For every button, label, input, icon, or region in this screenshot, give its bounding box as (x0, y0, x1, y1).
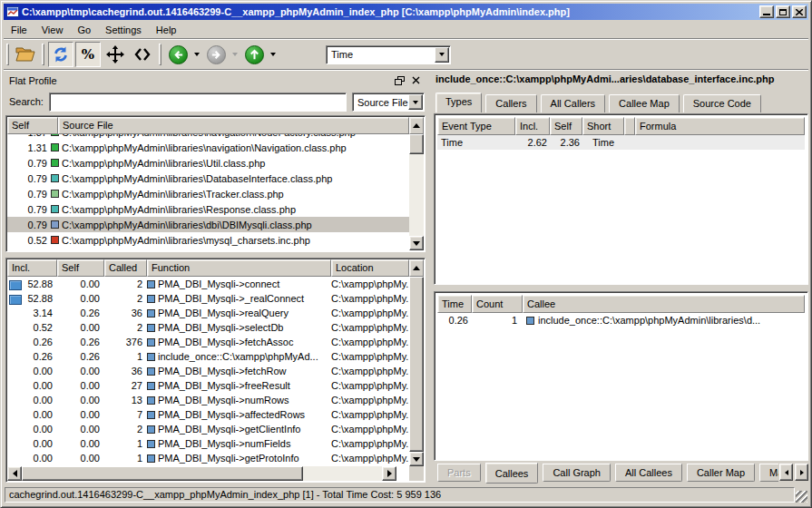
function-row[interactable]: 0.000.007PMA_DBI_Mysqli->affectedRowsC:\… (7, 407, 411, 422)
source-file-row[interactable]: 1.31C:\xampp\phpMyAdmin\libraries\naviga… (7, 140, 411, 155)
tab-scroll-right-button[interactable] (795, 464, 808, 481)
source-file-row[interactable]: 0.79C:\xampp\phpMyAdmin\libraries\Util.c… (7, 155, 411, 171)
function-row[interactable]: 0.260.261include_once::C:\xampp\phpMyAd.… (7, 349, 411, 364)
tab-callee-map[interactable]: Callee Map (609, 94, 680, 112)
source-list-body: 1.37C:\xampp\phpMyAdmin\libraries\naviga… (7, 134, 411, 251)
function-row[interactable]: 0.000.0013PMA_DBI_Mysqli->numRowsC:\xamp… (7, 393, 411, 407)
scroll-down-button[interactable] (409, 236, 424, 250)
toolbar-grip[interactable] (42, 44, 44, 65)
scroll-left-button[interactable] (7, 466, 22, 481)
event-type-select[interactable]: Time (326, 45, 451, 64)
self-cost-value: 0.79 (9, 158, 51, 169)
column-header-incl[interactable]: Incl. (515, 117, 550, 135)
combo-arrow-button[interactable] (408, 94, 423, 110)
combo-arrow-button[interactable] (435, 47, 449, 63)
close-button[interactable] (792, 5, 807, 18)
column-header-source-file[interactable]: Source File (58, 117, 409, 134)
open-file-button[interactable] (13, 42, 38, 67)
column-header-incl[interactable]: Incl. (7, 259, 57, 277)
function-row[interactable]: 0.000.001PMA_DBI_Mysqli->getProtoInfoC:\… (7, 451, 411, 465)
column-header-self[interactable]: Self (7, 117, 58, 134)
cycle-grouping-button[interactable] (103, 42, 128, 67)
menu-item-go[interactable]: Go (70, 22, 98, 38)
tab-source-code[interactable]: Source Code (683, 94, 761, 112)
callee-row[interactable]: 0.26 1 include_once::C:\xampp\phpMyAdmin… (437, 313, 805, 327)
source-file-row[interactable]: 0.79C:\xampp\phpMyAdmin\libraries\Respon… (7, 201, 411, 217)
menu-item-file[interactable]: File (4, 22, 34, 38)
tab-machine[interactable]: Machine (759, 464, 778, 482)
tab-parts[interactable]: Parts (437, 464, 481, 482)
maximize-button[interactable] (776, 5, 790, 18)
column-header-callee[interactable]: Callee (523, 295, 805, 313)
vertical-scrollbar[interactable] (409, 134, 424, 250)
function-row[interactable]: 0.520.002PMA_DBI_Mysqli->selectDbC:\xamp… (7, 320, 411, 335)
column-header-function[interactable]: Function (147, 259, 331, 277)
tab-caller-map[interactable]: Caller Map (687, 464, 755, 482)
close-panel-button[interactable] (409, 74, 422, 87)
scroll-up-button[interactable] (409, 117, 424, 134)
function-row[interactable]: 52.880.002PMA_DBI_Mysqli->_realConnectC:… (7, 291, 411, 306)
toolbar-grip[interactable] (159, 44, 161, 65)
source-file-row[interactable]: 0.79C:\xampp\phpMyAdmin\libraries\Tracke… (7, 186, 411, 201)
function-row[interactable]: 0.000.002PMA_DBI_Mysqli->getClientInfoC:… (7, 422, 411, 436)
source-file-row[interactable]: 0.52C:\xampp\phpMyAdmin\libraries\user_p… (7, 248, 411, 251)
scrollbar-track[interactable] (303, 466, 382, 481)
resize-grip[interactable] (796, 491, 807, 503)
tab-all-callers[interactable]: All Callers (541, 94, 606, 112)
title-bar[interactable]: C:\xampp\tmp\cachegrind.out.1416463299-C… (4, 4, 808, 20)
search-input[interactable] (49, 93, 347, 112)
relative-percent-toggle[interactable]: % (75, 42, 101, 67)
column-header-count[interactable]: Count (472, 295, 523, 313)
scroll-up-button[interactable] (409, 259, 424, 277)
column-header-location[interactable]: Location (331, 259, 409, 277)
column-header-self[interactable]: Self (57, 259, 104, 277)
column-header-formula[interactable]: Formula (635, 117, 805, 135)
up-button[interactable] (241, 42, 267, 67)
function-row[interactable]: 0.000.001PMA_DBI_Mysqli->numFieldsC:\xam… (7, 436, 411, 451)
function-row[interactable]: 52.880.002PMA_DBI_Mysqli->connectC:\xamp… (7, 277, 411, 291)
function-row[interactable]: 3.140.2636PMA_DBI_Mysqli->realQueryC:\xa… (7, 306, 411, 320)
group-by-select[interactable]: Source File (352, 93, 425, 112)
float-panel-button[interactable] (393, 74, 406, 87)
tab-scroll-left-button[interactable] (779, 464, 793, 481)
source-file-path: C:\xampp\phpMyAdmin\libraries\dbi\DBIMys… (62, 220, 411, 230)
function-name-cell: PMA_DBI_Mysqli->affectedRows (147, 409, 331, 420)
back-dropdown[interactable] (191, 42, 202, 67)
source-file-row[interactable]: 0.79C:\xampp\phpMyAdmin\libraries\Databa… (7, 171, 411, 186)
column-header-called[interactable]: Called (104, 259, 147, 277)
column-header-event-type[interactable]: Event Type (437, 117, 515, 135)
column-header-time[interactable]: Time (437, 295, 472, 313)
horizontal-scrollbar[interactable] (7, 466, 396, 481)
location-value: C:\xampp\phpMy... (331, 366, 411, 376)
tab-callees[interactable]: Callees (485, 463, 539, 484)
flat-profile-header[interactable]: Flat Profile (5, 72, 426, 89)
scroll-right-button[interactable] (382, 466, 396, 481)
toolbar-grip[interactable] (6, 44, 9, 65)
function-row[interactable]: 0.000.0027PMA_DBI_Mysqli->freeResultC:\x… (7, 378, 411, 393)
refresh-button[interactable] (48, 42, 73, 67)
vertical-scrollbar[interactable] (409, 277, 424, 466)
source-file-row[interactable]: 0.79C:\xampp\phpMyAdmin\libraries\dbi\DB… (7, 217, 411, 232)
scrollbar-thumb[interactable] (409, 134, 424, 154)
scrollbar-thumb[interactable] (409, 277, 424, 452)
column-header-self[interactable]: Self (550, 117, 582, 135)
function-row[interactable]: 0.000.0036PMA_DBI_Mysqli->fetchRowC:\xam… (7, 364, 411, 378)
function-row[interactable]: 0.260.26376PMA_DBI_Mysqli->fetchAssocC:\… (7, 335, 411, 349)
source-file-row[interactable]: 0.52C:\xampp\phpMyAdmin\libraries\mysql_… (7, 232, 411, 248)
column-header-short[interactable]: Short (582, 117, 624, 135)
event-type-row[interactable]: Time 2.62 2.36 Time (437, 135, 805, 150)
scroll-down-button[interactable] (409, 452, 424, 466)
tab-all-callees[interactable]: All Callees (615, 464, 682, 482)
menu-item-help[interactable]: Help (149, 22, 184, 38)
column-header-spacer[interactable] (624, 117, 635, 135)
menu-item-settings[interactable]: Settings (98, 22, 149, 38)
up-dropdown[interactable] (268, 42, 279, 67)
menu-item-view[interactable]: View (34, 22, 71, 38)
scrollbar-thumb[interactable] (22, 466, 303, 481)
hide-template-button[interactable] (130, 42, 155, 67)
minimize-button[interactable] (759, 5, 774, 18)
tab-callers[interactable]: Callers (485, 94, 536, 112)
back-button[interactable] (165, 42, 191, 67)
tab-types[interactable]: Types (435, 93, 482, 112)
tab-call-graph[interactable]: Call Graph (543, 464, 611, 482)
